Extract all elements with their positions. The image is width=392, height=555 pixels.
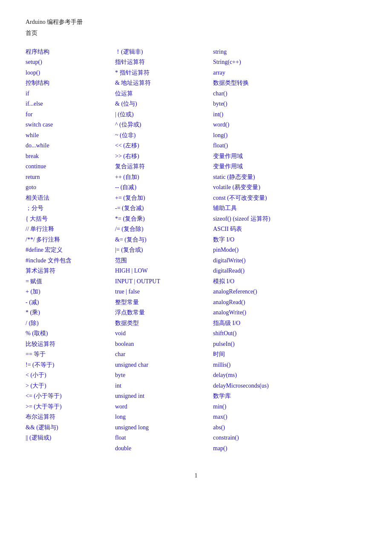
list-item[interactable]: unsigned char [115,360,209,371]
list-item[interactable]: &= (复合与) [115,235,209,245]
list-item-link[interactable]: array [213,69,225,76]
list-item-link[interactable]: word() [213,121,229,128]
list-item-link[interactable]: return [26,174,40,180]
list-item-link[interactable]: delay(ms) [213,372,237,378]
list-item-link[interactable]: max() [213,414,227,420]
list-item-link[interactable]: min() [213,403,226,410]
list-item[interactable]: delay(ms) [213,370,324,381]
list-item-link[interactable]: * (乘) [26,309,40,316]
list-item[interactable]: 浮点数常量 [115,308,209,318]
list-item-link[interactable]: /**/ 多行注释 [26,236,60,243]
list-item[interactable]: 复合运算符 [115,161,209,172]
list-item-link[interactable]: int() [213,111,223,118]
list-item-link[interactable]: 比较运算符 [26,341,55,347]
list-item-link[interactable]: 数字 I/O [213,236,234,243]
list-item[interactable]: ++ (自加) [115,172,209,183]
list-item-link[interactable]: 数据类型 [115,320,139,326]
list-item[interactable]: constrain() [213,433,324,443]
list-item[interactable]: || (逻辑或) [26,433,111,443]
list-item[interactable]: unsigned int [115,391,209,402]
list-item[interactable]: ^ (位异或) [115,120,209,130]
list-item-link[interactable]: void [115,330,126,336]
list-item-link[interactable]: goto [26,184,36,190]
list-item[interactable]: true | false [115,287,209,297]
list-item[interactable]: continue [26,161,111,172]
list-item-link[interactable]: analogRead() [213,299,245,305]
list-item[interactable]: -= (复合减) [115,203,209,214]
list-item[interactable]: 变量作用域 [213,161,324,172]
list-item[interactable]: word() [213,120,324,130]
list-item-link[interactable]: / (除) [26,320,39,326]
list-item-link[interactable]: || (逻辑或) [26,434,51,441]
list-item[interactable]: { 大括号 [26,214,111,224]
list-item[interactable]: * 指针运算符 [115,68,209,78]
list-item[interactable]: pulseIn() [213,339,324,350]
list-item[interactable]: char() [213,89,324,99]
list-item-link[interactable]: char [115,351,125,357]
list-item[interactable]: byte [115,370,209,381]
list-item[interactable]: break [26,151,111,162]
list-item-link[interactable]: 控制结构 [26,80,49,86]
list-item-link[interactable]: byte [115,372,125,378]
list-item-link[interactable]: > (大于) [26,382,46,389]
list-item-link[interactable]: /= (复合除) [115,226,144,232]
list-item-link[interactable]: if...else [26,101,43,107]
list-item[interactable]: & (位与) [115,99,209,109]
list-item-link[interactable]: 浮点数常量 [115,309,145,316]
list-item[interactable]: == 等于 [26,349,111,360]
list-item[interactable]: <= (小于等于) [26,391,111,402]
list-item-link[interactable]: String(c++) [213,59,241,65]
list-item[interactable]: double [115,443,209,454]
list-item-link[interactable]: |= (复合或) [115,247,143,253]
list-item[interactable]: % (取模) [26,328,111,339]
list-item-link[interactable]: ~ (位非) [115,132,135,138]
list-item[interactable]: HIGH | LOW [115,266,209,276]
list-item-link[interactable]: ASCII 码表 [213,226,242,232]
list-item[interactable]: #define 宏定义 [26,245,111,256]
list-item-link[interactable]: char() [213,90,227,97]
list-item[interactable]: volatile (易变变量) [213,182,324,193]
list-item-link[interactable]: analogReference() [213,288,257,295]
list-item[interactable]: 数字 I/O [213,235,324,245]
list-item-link[interactable]: float [115,434,126,441]
list-item[interactable]: 程序结构 [26,47,111,58]
list-item-link[interactable]: & (位与) [115,101,137,107]
list-item[interactable]: < (小于) [26,370,111,381]
list-item[interactable]: array [213,68,324,78]
list-item[interactable]: string [213,47,324,58]
list-item[interactable]: goto [26,182,111,193]
list-item[interactable]: min() [213,402,324,412]
list-item[interactable]: analogReference() [213,287,324,297]
list-item-link[interactable]: * 指针运算符 [115,69,150,76]
list-item-link[interactable]: 模拟 I/O [213,278,234,285]
home-link[interactable]: 首页 [26,28,366,38]
list-item[interactable]: loop() [26,68,111,78]
list-item-link[interactable]: 范围 [115,257,127,264]
list-item[interactable]: long() [213,130,324,141]
list-item[interactable]: switch case [26,120,111,130]
list-item[interactable]: ；分号 [26,203,111,214]
list-item[interactable]: | (位或) [115,109,209,120]
list-item[interactable]: 辅助工具 [213,203,324,214]
list-item-link[interactable]: long() [213,132,228,138]
list-item[interactable]: digitalRead() [213,266,324,276]
list-item[interactable]: char [115,349,209,360]
list-item-link[interactable]: INPUT | OUTPUT [115,278,160,285]
list-item-link[interactable]: >= (大于等于) [26,403,62,410]
list-item[interactable]: word [115,402,209,412]
list-item-link[interactable]: map() [213,445,227,451]
list-item-link[interactable]: 相关语法 [26,195,49,201]
list-item[interactable]: float() [213,141,324,151]
list-item-link[interactable]: -- (自减) [115,184,136,190]
list-item[interactable]: abs() [213,423,324,433]
list-item-link[interactable]: 位运算 [115,90,133,97]
list-item[interactable]: String(c++) [213,57,324,68]
list-item[interactable]: ~ (位非) [115,130,209,141]
list-item-link[interactable]: ^ (位异或) [115,121,141,128]
list-item[interactable]: do...while [26,141,111,151]
list-item[interactable]: 模拟 I/O [213,276,324,287]
list-item[interactable]: = 赋值 [26,276,111,287]
list-item[interactable]: ASCII 码表 [213,224,324,235]
list-item[interactable]: digitalWrite() [213,256,324,266]
list-item[interactable]: 比较运算符 [26,339,111,350]
